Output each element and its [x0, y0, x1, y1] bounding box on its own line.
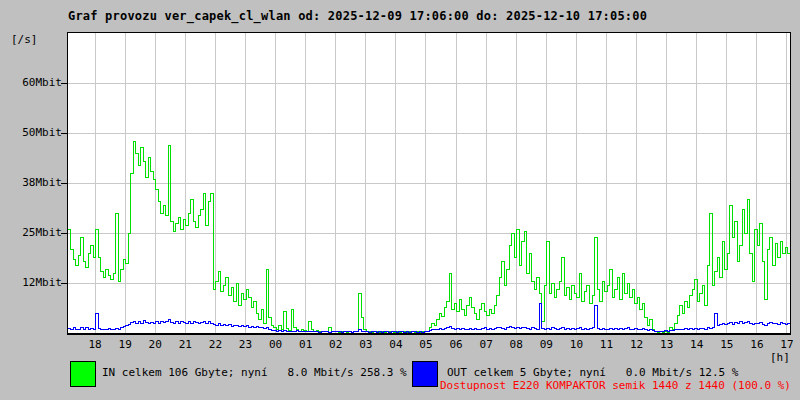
y-tick-mark [61, 283, 67, 284]
x-tick-label: 18 [88, 339, 101, 351]
graph-title: Graf provozu ver_capek_cl_wlan od: 2025-… [68, 9, 647, 23]
y-tick-label: 25Mbit [0, 227, 62, 239]
y-tick-label: 60Mbit [0, 77, 62, 89]
x-tick-label: 23 [239, 339, 252, 351]
x-tick-label: 08 [510, 339, 523, 351]
out-legend-label: OUT celkem 5 Gbyte; nyní 0.0 Mbit/s 12.5… [447, 366, 738, 379]
in-legend-swatch [70, 361, 96, 387]
x-tick-label: 01 [299, 339, 312, 351]
x-tick-label: 22 [209, 339, 222, 351]
x-tick-label: 03 [359, 339, 372, 351]
x-tick-label: 10 [570, 339, 583, 351]
x-tick-label: 16 [750, 339, 763, 351]
x-tick-label: 11 [600, 339, 613, 351]
mrtg-traffic-graph-page: { "title": "Graf provozu ver_capek_cl_wl… [0, 0, 800, 400]
y-tick-mark [61, 133, 67, 134]
x-tick-label: 09 [540, 339, 553, 351]
y-tick-label: 50Mbit [0, 127, 62, 139]
x-tick-label: 20 [149, 339, 162, 351]
y-tick-mark [61, 83, 67, 84]
x-tick-label: 04 [389, 339, 402, 351]
in-legend-label: IN celkem 106 Gbyte; nyní 8.0 Mbit/s 258… [102, 366, 407, 379]
traffic-chart [68, 33, 790, 333]
x-tick-label: 05 [419, 339, 432, 351]
out-legend-swatch [412, 361, 438, 387]
x-tick-label: 17 [780, 339, 793, 351]
x-tick-label: 07 [480, 339, 493, 351]
x-tick-label: 06 [449, 339, 462, 351]
x-tick-label: 02 [329, 339, 342, 351]
x-tick-label: 12 [630, 339, 643, 351]
y-tick-label: 12Mbit [0, 277, 62, 289]
y-axis-unit-label: [/s] [11, 33, 38, 46]
x-tick-label: 19 [119, 339, 132, 351]
x-tick-label: 00 [269, 339, 282, 351]
availability-status-text: Dostupnost E220 KOMPAKTOR semik 1440 z 1… [440, 379, 791, 392]
x-tick-label: 21 [179, 339, 192, 351]
plot-area [67, 32, 791, 335]
x-tick-label: 14 [690, 339, 703, 351]
y-tick-mark [61, 183, 67, 184]
y-tick-mark [61, 233, 67, 234]
x-tick-label: 15 [720, 339, 733, 351]
x-tick-label: 13 [660, 339, 673, 351]
y-tick-label: 38Mbit [0, 177, 62, 189]
x-axis-unit-label: [h] [770, 351, 790, 364]
